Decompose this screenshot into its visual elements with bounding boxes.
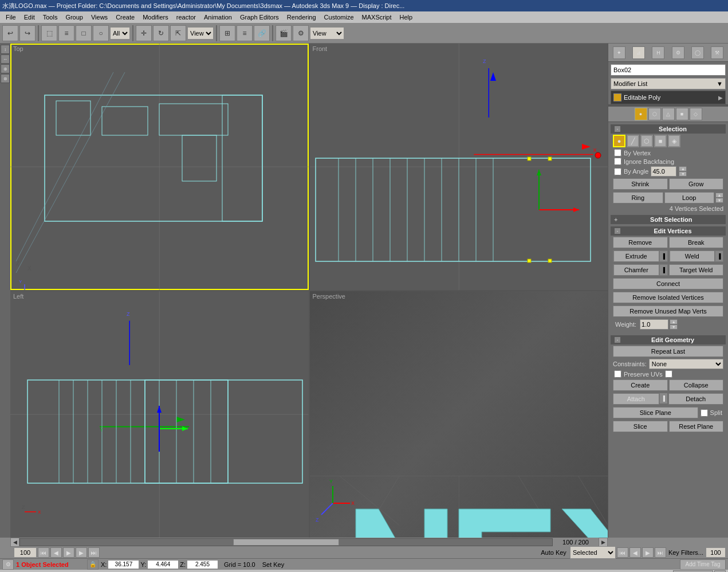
chamfer-settings-btn[interactable]: ▐ [659, 265, 667, 275]
menu-customize[interactable]: Customize [321, 11, 357, 23]
y-coord-input[interactable] [147, 560, 179, 569]
weld-button-label[interactable]: Weld [670, 250, 715, 262]
scale-button[interactable]: ⇱ [170, 25, 186, 41]
render-button[interactable]: 🎬 [276, 25, 292, 41]
extrude-button-label[interactable]: Extrude [613, 250, 659, 262]
selection-section-header[interactable]: - Selection [611, 124, 726, 134]
sel-border-icon[interactable]: ⬡ [640, 135, 653, 147]
menu-group[interactable]: Group [62, 11, 86, 23]
left-tool-2[interactable]: ↔ [1, 54, 10, 64]
constraints-select[interactable]: None [649, 359, 723, 369]
viewport-top[interactable]: Top Z X Z X [10, 44, 309, 290]
menu-create[interactable]: Create [112, 11, 138, 23]
time-start-btn[interactable]: ⏮ [617, 547, 628, 558]
object-name-input[interactable] [611, 64, 726, 76]
link-button[interactable]: 🔗 [254, 25, 270, 41]
slice-plane-button[interactable]: Slice Plane [613, 407, 698, 418]
angle-spin-down[interactable]: ▼ [679, 171, 687, 177]
undo-button[interactable]: ↩ [2, 25, 18, 41]
menu-maxscript[interactable]: MAXScript [359, 11, 395, 23]
attach-settings-btn[interactable]: ▐ [659, 393, 667, 403]
soft-sel-expand-btn[interactable]: + [614, 216, 617, 223]
statusbar-settings-btn[interactable]: ⚙ [2, 559, 14, 570]
soft-selection-header[interactable]: + Soft Selection [611, 215, 726, 224]
remove-button[interactable]: Remove [613, 237, 668, 248]
prev-frame-btn[interactable]: ◀ [50, 547, 62, 558]
menu-rendering[interactable]: Rendering [284, 11, 320, 23]
weight-spin-down[interactable]: ▼ [670, 324, 678, 330]
modifier-editable-poly[interactable]: Editable Poly ▶ [611, 92, 725, 103]
grow-button[interactable]: Grow [669, 178, 724, 190]
move-button[interactable]: ✛ [136, 25, 152, 41]
left-tool-4[interactable]: ⊗ [1, 74, 10, 83]
edit-vertices-header[interactable]: - Edit Vertices [611, 226, 726, 236]
modify-sub-1[interactable]: ● [635, 108, 647, 120]
chamfer-button-label[interactable]: Chamfer [613, 264, 659, 276]
split-checkbox[interactable] [701, 409, 708, 417]
sel-edge-icon[interactable]: ╱ [627, 135, 639, 147]
rp-btn-utilities[interactable]: ⚒ [711, 46, 723, 59]
preserve-uvs-checkbox[interactable] [614, 370, 621, 378]
viewport-perspective[interactable]: Perspective [310, 291, 608, 538]
frame-input-right[interactable] [706, 547, 726, 558]
reset-plane-button[interactable]: Reset Plane [669, 421, 724, 432]
menu-tools[interactable]: Tools [40, 11, 61, 23]
by-angle-checkbox[interactable] [614, 168, 621, 175]
left-tool-1[interactable]: ↕ [1, 45, 10, 54]
mirror-button[interactable]: ⊞ [219, 25, 235, 41]
repeat-last-button[interactable]: Repeat Last [613, 346, 723, 357]
sel-vertex-icon[interactable]: ● [613, 135, 625, 147]
remove-isolated-button[interactable]: Remove Isolated Vertices [613, 292, 723, 303]
remove-unused-button[interactable]: Remove Unused Map Verts [613, 305, 723, 317]
menu-modifiers[interactable]: Modifiers [139, 11, 172, 23]
menu-graph-editors[interactable]: Graph Editors [237, 11, 282, 23]
sel-element-icon[interactable]: ◈ [668, 135, 680, 147]
viewport-front[interactable]: Front Z X [310, 44, 608, 290]
ignore-backfacing-checkbox[interactable] [614, 158, 621, 165]
time-end-btn[interactable]: ⏭ [655, 547, 666, 558]
by-angle-input[interactable] [651, 166, 676, 177]
shrink-button[interactable]: Shrink [613, 178, 668, 190]
preserve-uvs-checkbox2[interactable] [665, 370, 672, 378]
skip-start-btn[interactable]: ⏮ [38, 547, 49, 558]
edit-geometry-expand[interactable]: - [614, 336, 621, 343]
target-weld-button[interactable]: Target Weld [669, 264, 724, 276]
next-key-btn[interactable]: ▶ [642, 547, 654, 558]
connect-button[interactable]: Connect [613, 278, 723, 289]
menu-animation[interactable]: Animation [200, 11, 235, 23]
selection-expand-btn[interactable]: - [614, 126, 621, 132]
add-time-tag-btn[interactable]: Add Time Tag [680, 559, 726, 570]
filter-select[interactable]: All [110, 27, 130, 40]
z-coord-input[interactable] [187, 560, 218, 569]
modifier-list-dropdown[interactable]: Modifier List ▼ [611, 78, 726, 89]
attach-button[interactable]: Attach [613, 393, 659, 405]
align-button[interactable]: ≡ [237, 25, 253, 41]
loop-spin-up[interactable]: ▲ [715, 193, 723, 198]
rp-btn-motion[interactable]: ⚙ [672, 46, 684, 59]
edit-geometry-header[interactable]: - Edit Geometry [611, 335, 726, 344]
rp-btn-hierarchy[interactable]: H [652, 46, 664, 59]
rp-btn-modify[interactable]: ⊿ [632, 46, 645, 59]
frame-number-input[interactable] [14, 547, 37, 558]
menu-help[interactable]: Help [396, 11, 416, 23]
next-frame-btn[interactable]: ▶ [76, 547, 87, 558]
edit-vertices-expand[interactable]: - [614, 228, 621, 234]
lock-selection-btn[interactable]: 🔒 [87, 559, 99, 570]
rect-region-button[interactable]: □ [76, 25, 92, 41]
sel-polygon-icon[interactable]: ■ [654, 135, 667, 147]
loop-spin-down[interactable]: ▼ [715, 198, 723, 203]
modify-sub-4[interactable]: ■ [676, 108, 688, 120]
detach-button[interactable]: Detach [668, 393, 724, 405]
angle-spin-up[interactable]: ▲ [679, 166, 687, 171]
weight-input[interactable] [640, 319, 668, 330]
slice-button[interactable]: Slice [613, 421, 668, 432]
weld-settings-btn[interactable]: ▐ [715, 251, 723, 261]
by-vertex-checkbox[interactable] [614, 149, 621, 156]
x-coord-input[interactable] [108, 560, 139, 569]
view-select[interactable]: View [187, 27, 214, 40]
view-select2[interactable]: View [310, 27, 344, 40]
weight-spin-up[interactable]: ▲ [670, 319, 678, 324]
scroll-thumb[interactable] [233, 539, 340, 546]
prev-key-btn[interactable]: ◀ [629, 547, 641, 558]
break-button[interactable]: Break [669, 237, 724, 248]
